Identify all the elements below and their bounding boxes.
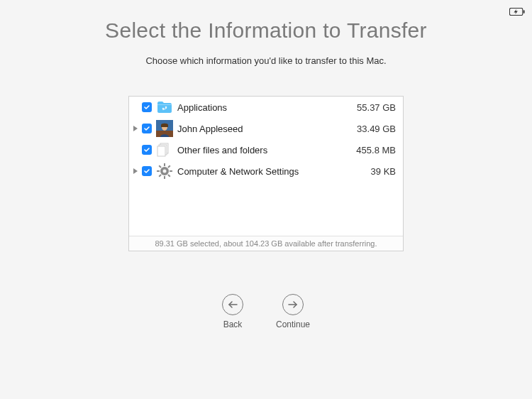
svg-rect-17 — [167, 165, 170, 168]
list-item[interactable]: Computer & Network Settings 39 KB — [129, 160, 403, 182]
checkbox[interactable] — [142, 145, 152, 155]
list-item[interactable]: Applications 55.37 GB — [129, 97, 403, 118]
continue-label: Continue — [276, 319, 310, 329]
item-label: Applications — [177, 102, 357, 113]
back-button[interactable]: Back — [222, 294, 243, 329]
item-label: Computer & Network Settings — [177, 166, 371, 177]
battery-charging-icon — [509, 6, 525, 14]
list-item[interactable]: John Appleseed 33.49 GB — [129, 118, 403, 139]
user-avatar-icon — [156, 120, 173, 137]
item-size: 39 KB — [371, 166, 396, 177]
list-item[interactable]: Other files and folders 455.8 MB — [129, 139, 403, 160]
transfer-list: Applications 55.37 GB John Appleseed — [129, 97, 403, 236]
nav-bar: Back Continue — [0, 294, 532, 329]
svg-rect-20 — [167, 174, 170, 177]
page-subtitle: Choose which information you'd like to t… — [0, 55, 532, 66]
checkbox[interactable] — [142, 102, 152, 112]
item-label: Other files and folders — [177, 145, 356, 155]
svg-point-4 — [165, 106, 167, 109]
status-bar: 89.31 GB selected, about 104.23 GB avail… — [129, 236, 403, 251]
svg-rect-16 — [170, 170, 172, 172]
svg-rect-1 — [523, 10, 525, 13]
apps-folder-icon — [156, 99, 173, 116]
disclosure-triangle-icon[interactable] — [133, 168, 138, 174]
svg-rect-15 — [157, 170, 160, 172]
svg-rect-11 — [157, 146, 165, 156]
disclosure-triangle-icon[interactable] — [133, 126, 138, 131]
item-size: 455.8 MB — [356, 145, 396, 155]
arrow-left-icon — [222, 294, 243, 315]
svg-rect-13 — [164, 163, 165, 166]
svg-rect-18 — [159, 174, 162, 177]
svg-rect-14 — [164, 176, 165, 179]
svg-marker-2 — [514, 9, 518, 14]
back-label: Back — [223, 319, 243, 329]
svg-point-21 — [163, 170, 167, 173]
item-size: 55.37 GB — [357, 102, 396, 113]
transfer-panel: Applications 55.37 GB John Appleseed — [128, 96, 404, 251]
continue-button[interactable]: Continue — [276, 294, 310, 329]
item-label: John Appleseed — [177, 124, 357, 134]
item-size: 33.49 GB — [357, 124, 396, 134]
arrow-right-icon — [282, 294, 304, 315]
checkbox[interactable] — [142, 166, 152, 176]
documents-icon — [156, 141, 173, 158]
checkbox[interactable] — [142, 124, 152, 133]
gear-icon — [156, 163, 173, 180]
svg-rect-19 — [159, 165, 162, 168]
list-spacer — [129, 182, 403, 236]
page-title: Select the Information to Transfer — [0, 18, 532, 43]
